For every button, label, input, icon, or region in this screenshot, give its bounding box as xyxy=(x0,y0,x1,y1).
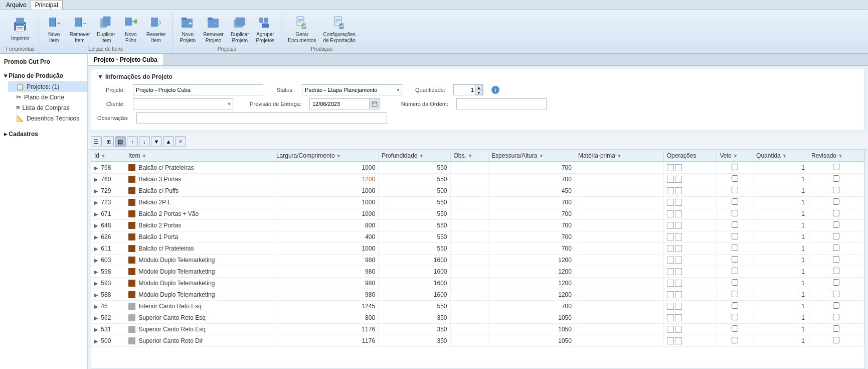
veio-checkbox[interactable] xyxy=(732,187,738,193)
novo-filho-button[interactable]: + Novo Filho xyxy=(120,13,142,45)
novo-projeto-button[interactable]: + Novo Projeto xyxy=(177,13,199,45)
col-quantidade[interactable]: Quantida ▼ xyxy=(753,150,808,162)
item-filter-icon[interactable]: ▼ xyxy=(141,153,146,159)
esp-filter-icon[interactable]: ▼ xyxy=(539,153,544,159)
date-picker-button[interactable] xyxy=(370,98,380,109)
tb4-button[interactable]: ↑ xyxy=(127,136,138,147)
prof-filter-icon[interactable]: ▼ xyxy=(419,153,424,159)
col-operacoes[interactable]: Operações xyxy=(663,150,717,162)
veio-checkbox[interactable] xyxy=(732,314,738,320)
revisado-checkbox[interactable] xyxy=(833,221,839,228)
tab-projeto[interactable]: Projeto - Projeto Cuba xyxy=(88,54,164,65)
ops-checkbox2[interactable] xyxy=(675,280,682,287)
expand-icon[interactable]: ▶ xyxy=(94,281,98,286)
revisado-checkbox[interactable] xyxy=(833,244,839,251)
obs-input[interactable] xyxy=(136,112,387,124)
col-revisado[interactable]: Revisado ▼ xyxy=(808,150,864,162)
menu-principal[interactable]: Principal xyxy=(31,0,63,10)
expand-icon[interactable]: ▶ xyxy=(94,211,98,217)
sidebar-item-lista-compras[interactable]: ≡ Lista de Compras xyxy=(8,102,87,113)
ops-checkbox1[interactable] xyxy=(667,245,674,252)
ops-checkbox2[interactable] xyxy=(675,257,682,264)
table-container[interactable]: Id ▼ Item ▼ Largura/Comp xyxy=(91,150,865,369)
ops-checkbox1[interactable] xyxy=(667,291,674,298)
reverter-item-button[interactable]: Reverter Item xyxy=(144,13,168,45)
veio-checkbox[interactable] xyxy=(732,302,738,309)
veio-checkbox[interactable] xyxy=(732,268,738,274)
tb3-button[interactable]: ▤ xyxy=(115,136,126,147)
revisado-checkbox[interactable] xyxy=(833,279,839,286)
spinner-down[interactable]: ▼ xyxy=(475,90,483,95)
info-icon[interactable]: i xyxy=(491,86,499,94)
spinner-up[interactable]: ▲ xyxy=(475,85,483,90)
ops-checkbox1[interactable] xyxy=(667,233,674,240)
expand-icon[interactable]: ▶ xyxy=(94,315,98,321)
revisado-checkbox[interactable] xyxy=(833,164,839,170)
ops-checkbox1[interactable] xyxy=(667,164,674,171)
revisado-checkbox[interactable] xyxy=(833,268,839,274)
sidebar-item-projetos[interactable]: 📋 Projetos: (1) xyxy=(8,81,87,92)
sidebar-item-plano-corte[interactable]: ✂ Plano de Corte xyxy=(8,92,87,102)
veio-checkbox[interactable] xyxy=(732,221,738,228)
ops-checkbox1[interactable] xyxy=(667,176,674,183)
id-filter-icon[interactable]: ▼ xyxy=(101,153,106,159)
expand-icon[interactable]: ▶ xyxy=(94,269,98,275)
ops-checkbox1[interactable] xyxy=(667,210,674,217)
ops-checkbox2[interactable] xyxy=(675,222,682,229)
col-veio[interactable]: Veio ▼ xyxy=(717,150,753,162)
expand-icon[interactable]: ▶ xyxy=(94,177,98,182)
remover-item-button[interactable]: − Remover Item xyxy=(67,13,93,45)
cliente-select[interactable] xyxy=(133,98,233,109)
veio-checkbox[interactable] xyxy=(732,279,738,286)
numero-ordem-input[interactable] xyxy=(456,98,547,109)
ops-checkbox1[interactable] xyxy=(667,280,674,287)
ops-checkbox1[interactable] xyxy=(667,199,674,206)
obs-filter-icon[interactable]: ▼ xyxy=(468,153,473,159)
status-select[interactable]: Padrão - Etapa Planejamento xyxy=(302,84,402,95)
veio-checkbox[interactable] xyxy=(732,325,738,332)
collapse-icon[interactable]: ▼ xyxy=(97,73,103,80)
menu-arquivo[interactable]: Arquivo xyxy=(2,1,31,10)
ops-checkbox2[interactable] xyxy=(675,268,682,275)
ops-checkbox1[interactable] xyxy=(667,314,674,321)
tb6-button[interactable]: ▼ xyxy=(151,136,162,147)
veio-checkbox[interactable] xyxy=(732,175,738,182)
gerar-documentos-button[interactable]: Gerar Documentos xyxy=(285,13,318,45)
revisado-checkbox[interactable] xyxy=(833,233,839,239)
ops-checkbox2[interactable] xyxy=(675,303,682,310)
revisado-checkbox[interactable] xyxy=(833,302,839,309)
ops-checkbox2[interactable] xyxy=(675,176,682,183)
ops-checkbox1[interactable] xyxy=(667,303,674,310)
ops-checkbox2[interactable] xyxy=(675,337,682,344)
expand-icon[interactable]: ▶ xyxy=(94,200,98,205)
revisado-checkbox[interactable] xyxy=(833,210,839,216)
veio-checkbox[interactable] xyxy=(732,337,738,343)
veio-checkbox[interactable] xyxy=(732,164,738,170)
novo-item-button[interactable]: + Novo Item xyxy=(43,13,65,45)
remover-projeto-button[interactable]: − Remover Projeto xyxy=(201,13,226,45)
expand-icon[interactable]: ▶ xyxy=(94,223,98,228)
expand-icon[interactable]: ▶ xyxy=(94,234,98,240)
veio-checkbox[interactable] xyxy=(732,233,738,239)
revisado-checkbox[interactable] xyxy=(833,198,839,205)
revisado-checkbox[interactable] xyxy=(833,175,839,182)
ops-checkbox1[interactable] xyxy=(667,257,674,264)
col-obs[interactable]: Obs. ▼ xyxy=(450,150,488,162)
largura-filter-icon[interactable]: ▼ xyxy=(336,153,341,159)
ops-checkbox1[interactable] xyxy=(667,326,674,333)
materia-filter-icon[interactable]: ▼ xyxy=(617,153,622,159)
qtd-filter-icon[interactable]: ▼ xyxy=(782,153,787,159)
revisado-checkbox[interactable] xyxy=(833,187,839,193)
sidebar-section-plano[interactable]: ▾ Plano de Produção xyxy=(0,70,87,81)
col-item[interactable]: Item ▼ xyxy=(125,150,273,162)
expand-icon[interactable]: ▶ xyxy=(94,338,98,344)
veio-checkbox[interactable] xyxy=(732,256,738,263)
tb2-button[interactable]: ⊞ xyxy=(103,136,114,147)
ops-checkbox1[interactable] xyxy=(667,337,674,344)
revisado-checkbox[interactable] xyxy=(833,325,839,332)
ops-checkbox2[interactable] xyxy=(675,291,682,298)
ops-checkbox2[interactable] xyxy=(675,164,682,171)
tb1-button[interactable]: ☰ xyxy=(91,136,102,147)
sidebar-item-desenhos[interactable]: 📐 Desenhos Técnicos xyxy=(8,113,87,124)
ops-checkbox2[interactable] xyxy=(675,314,682,321)
